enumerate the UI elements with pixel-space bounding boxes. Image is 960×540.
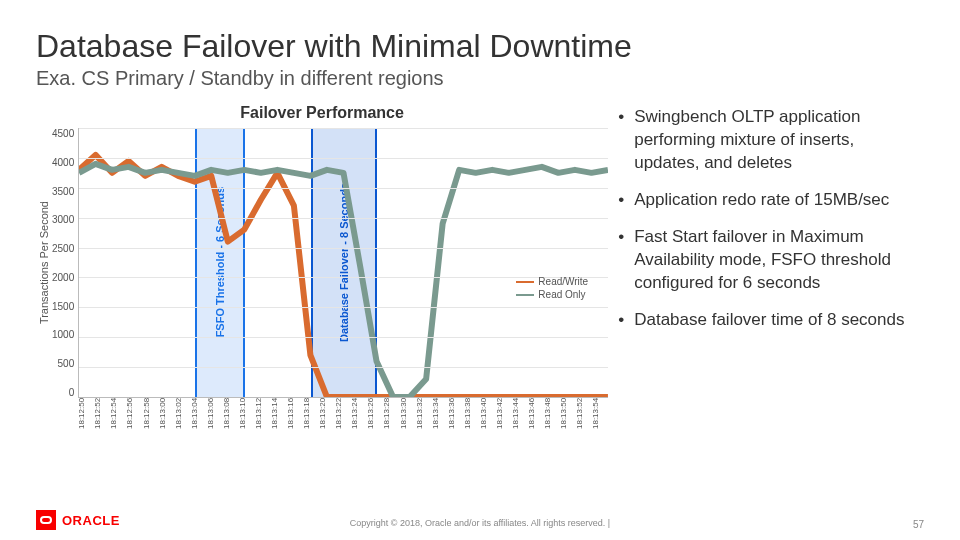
legend-label-ro: Read Only bbox=[538, 289, 585, 300]
legend-swatch-ro bbox=[516, 294, 534, 296]
y-axis-label: Transactions Per Second bbox=[36, 201, 52, 324]
logo-icon bbox=[36, 510, 56, 530]
y-axis-ticks: 450040003500300025002000150010005000 bbox=[52, 128, 78, 398]
x-axis-ticks: 18:12:5018:12:5218:12:5418:12:5618:12:58… bbox=[78, 398, 608, 438]
brand-logo: ORACLE bbox=[36, 510, 120, 530]
bullet-item: Database failover time of 8 seconds bbox=[618, 309, 924, 332]
page-number: 57 bbox=[913, 519, 924, 530]
page-title: Database Failover with Minimal Downtime bbox=[36, 28, 924, 65]
legend-swatch-rw bbox=[516, 281, 534, 283]
legend-item-rw: Read/Write bbox=[516, 276, 588, 287]
legend-label-rw: Read/Write bbox=[538, 276, 588, 287]
chart-title: Failover Performance bbox=[36, 104, 608, 122]
bullet-item: Swingbench OLTP application performing m… bbox=[618, 106, 924, 175]
chart-legend: Read/Write Read Only bbox=[516, 276, 588, 302]
logo-text: ORACLE bbox=[62, 513, 120, 528]
chart-plot: FSFO Threshold - 6 SecondsDatabase Failo… bbox=[78, 128, 608, 398]
copyright-text: Copyright © 2018, Oracle and/or its affi… bbox=[350, 518, 610, 528]
chart-container: Failover Performance Transactions Per Se… bbox=[36, 104, 608, 438]
bullet-item: Fast Start failover in Maximum Availabil… bbox=[618, 226, 924, 295]
page-subtitle: Exa. CS Primary / Standby in different r… bbox=[36, 67, 924, 90]
bullet-item: Application redo rate of 15MB/sec bbox=[618, 189, 924, 212]
bullet-list: Swingbench OLTP application performing m… bbox=[618, 106, 924, 332]
legend-item-ro: Read Only bbox=[516, 289, 588, 300]
